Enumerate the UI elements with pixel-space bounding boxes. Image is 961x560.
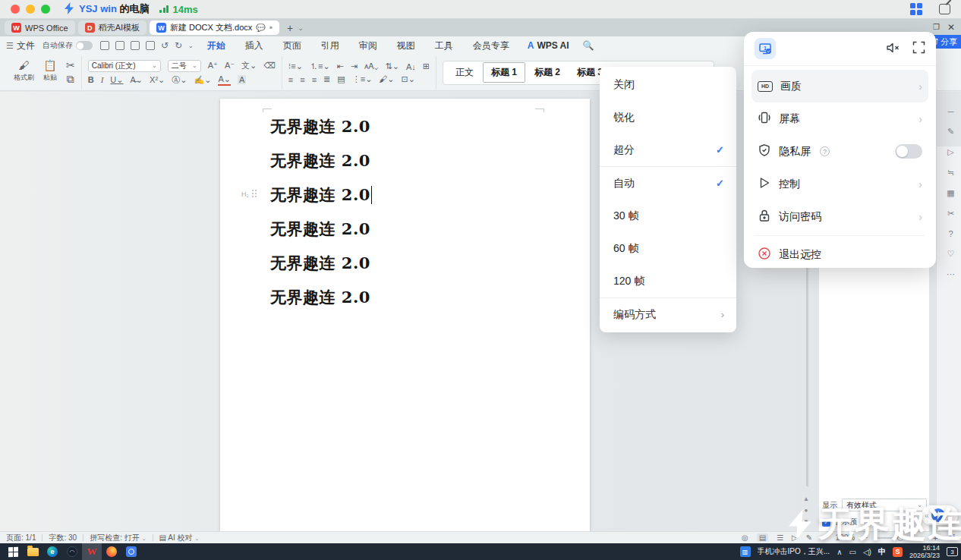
document-page[interactable]: 无界趣连 2.0 无界趣连 2.0 无界趣连 2.0 无界趣连 2.0 无界趣连… <box>220 99 590 531</box>
style-heading2[interactable]: 标题 2 <box>527 63 568 82</box>
tab-document[interactable]: W 新建 DOCX 文档.docx 💬 • <box>150 20 279 35</box>
tab-tools[interactable]: 工具 <box>433 36 455 55</box>
redo-icon[interactable]: ↻ <box>175 40 182 51</box>
superscript-icon[interactable]: X²⌄ <box>150 75 165 85</box>
ai-assistant-icon[interactable]: Ai <box>947 533 955 542</box>
doc-line[interactable]: 无界趣连 2.0 <box>270 212 372 246</box>
window-close-button[interactable]: ✕ <box>947 22 955 33</box>
print-preview-icon[interactable] <box>146 41 155 50</box>
next-page-button[interactable]: ▼ <box>803 518 809 525</box>
clear-format-icon[interactable]: ⌫ <box>263 61 276 71</box>
doc-line[interactable]: 无界趣连 2.0 <box>270 109 372 143</box>
line-spacing-icon[interactable]: ⋮≡⌄ <box>352 74 373 84</box>
shading-icon[interactable]: 🖌⌄ <box>379 74 394 84</box>
zoom-in-button[interactable]: ＋ <box>931 533 939 543</box>
firefox-button[interactable] <box>102 543 121 560</box>
doc-line[interactable]: 无界趣连 2.0 <box>270 178 372 212</box>
ink-pen-icon[interactable]: ✎ <box>806 533 812 542</box>
spellcheck-status[interactable]: 拼写检查: 打开⌄ <box>90 533 146 543</box>
assistant-pill[interactable]: « <box>922 505 958 525</box>
autosave-control[interactable]: 自动保存 <box>43 40 93 51</box>
menu-item-auto-fps[interactable]: 自动 ✓ <box>600 167 736 200</box>
tab-reference[interactable]: 引用 <box>320 36 341 55</box>
ime-indicator[interactable]: 中 <box>878 546 886 557</box>
tab-insert[interactable]: 插入 <box>244 36 265 55</box>
style-heading1[interactable]: 标题 1 <box>483 62 525 83</box>
grid-menu-icon[interactable] <box>910 3 922 15</box>
panel-item-exit-remote[interactable]: 退出远控 <box>751 238 928 271</box>
zoom-value[interactable]: 100% <box>836 533 855 542</box>
panel-item-privacy-screen[interactable]: 隐私屏 ? <box>751 135 928 168</box>
volume-icon[interactable]: ◁) <box>863 548 871 556</box>
tab-view[interactable]: 视图 <box>395 36 417 55</box>
menu-item-120fps[interactable]: 120 帧 <box>600 265 736 297</box>
heading-drag-handle[interactable]: H₁ <box>241 190 257 198</box>
styles-filter-select[interactable]: 有效样式 ⌄ <box>842 499 927 511</box>
char-spacing-icon[interactable]: ⇅⌄ <box>385 61 399 71</box>
read-mode-icon[interactable]: ◎ <box>742 533 748 542</box>
menu-item-60fps[interactable]: 60 帧 <box>600 232 736 265</box>
doc-line[interactable]: 无界趣连 2.0 <box>270 246 372 280</box>
tray-expand-icon[interactable]: ∧ <box>837 548 842 556</box>
tab-page[interactable]: 页面 <box>282 36 303 55</box>
collapse-icon[interactable]: ─ <box>948 107 954 116</box>
justify-icon[interactable]: ≣ <box>323 74 330 84</box>
steam-button[interactable]: ◠ <box>62 543 82 560</box>
taskbar-clock[interactable]: 16:14 2026/3/23 <box>909 544 940 559</box>
zoom-knob[interactable] <box>897 535 903 541</box>
doc-line[interactable]: 无界趣连 2.0 <box>270 280 372 314</box>
comment-bubble-icon[interactable]: 💬 <box>256 24 265 32</box>
decrease-indent-icon[interactable]: ⇤ <box>337 61 344 71</box>
menu-item-sharpen[interactable]: 锐化 <box>600 101 736 134</box>
tab-wps-ai[interactable]: A WPS AI <box>528 40 569 51</box>
page-view-icon[interactable]: ▤ <box>757 533 768 542</box>
format-painter-button[interactable]: 🖌 格式刷 <box>14 59 34 83</box>
edge-button[interactable]: e <box>43 543 62 560</box>
fullscreen-icon[interactable] <box>912 41 925 56</box>
privacy-screen-toggle[interactable] <box>895 144 922 159</box>
news-widget-icon[interactable]: ▥ <box>740 546 751 557</box>
zoom-out-button[interactable]: − <box>863 533 868 542</box>
play-mode-icon[interactable]: ▷ <box>792 533 798 542</box>
shrink-font-icon[interactable]: A⁻ <box>225 61 235 71</box>
tab-docer-templates[interactable]: D 稻壳AI模板 <box>78 20 147 35</box>
page-count[interactable]: 页面: 1/1 <box>6 533 36 543</box>
highlight-icon[interactable]: ✍⌄ <box>194 75 212 85</box>
text-direction-icon[interactable]: 🗚⌄ <box>364 61 378 71</box>
browse-object-button[interactable]: ● <box>805 507 808 514</box>
feedback-icon[interactable]: ♡ <box>947 249 955 259</box>
news-ticker[interactable]: 手机冲击IPO，王兴... <box>758 546 830 557</box>
word-count[interactable]: 字数: 30 <box>49 533 77 543</box>
menu-item-30fps[interactable]: 30 帧 <box>600 200 736 232</box>
print-icon[interactable] <box>131 41 140 50</box>
undo-icon[interactable]: ↺ <box>161 40 169 51</box>
doc-line[interactable]: 无界趣连 2.0 <box>270 143 372 178</box>
font-size-combo[interactable]: 二号⌄ <box>168 60 201 72</box>
tab-list-chevron-icon[interactable]: ⌄ <box>298 24 304 32</box>
grow-font-icon[interactable]: A⁺ <box>208 61 218 71</box>
increase-indent-icon[interactable]: ⇥ <box>351 61 358 71</box>
ai-proofread[interactable]: ▤ AI 校对⌄ <box>159 533 200 543</box>
preview-checkbox[interactable]: ✓ <box>822 518 830 527</box>
bold-icon[interactable]: B <box>88 75 94 84</box>
tab-review[interactable]: 审阅 <box>358 36 379 55</box>
tab-home[interactable]: 开始 <box>206 36 227 55</box>
text-effects-icon[interactable]: Ⓐ⌄ <box>172 74 187 86</box>
show-marks-icon[interactable]: ⊞ <box>423 61 430 71</box>
strikethrough-icon[interactable]: A̶⌄ <box>131 75 143 85</box>
mute-speaker-icon[interactable] <box>886 42 900 56</box>
outline-view-icon[interactable]: ☰ <box>777 533 783 542</box>
touch-keyboard-icon[interactable]: ▭ <box>849 548 855 556</box>
underline-icon[interactable]: U⌄ <box>110 75 123 85</box>
autosave-toggle[interactable] <box>76 41 93 50</box>
window-restore-button[interactable]: ❐ <box>933 23 940 31</box>
styles-preview-row[interactable]: ✓ 显示预 <box>822 517 857 527</box>
italic-icon[interactable]: I <box>101 75 104 84</box>
adjust-sliders-icon[interactable]: ≒ <box>947 168 954 178</box>
save-icon[interactable] <box>100 41 109 50</box>
panel-item-quality[interactable]: HD 画质 › <box>751 70 928 102</box>
sort-icon[interactable]: A↓ <box>406 62 416 71</box>
compose-icon[interactable] <box>939 4 950 14</box>
menu-item-close[interactable]: 关闭 <box>600 68 736 101</box>
style-normal[interactable]: 正文 <box>448 63 481 82</box>
